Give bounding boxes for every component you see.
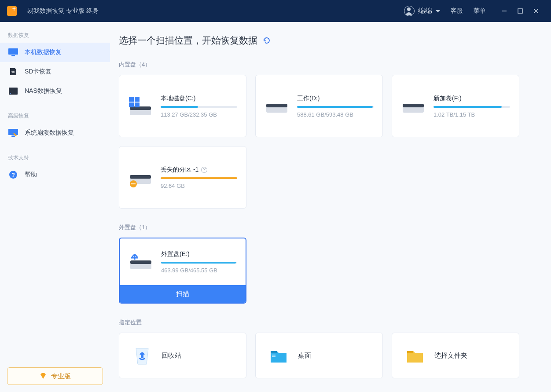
svg-rect-18 bbox=[135, 103, 140, 107]
drive-name: 本地磁盘(C:) bbox=[161, 95, 237, 103]
sd-card-icon: SD bbox=[8, 67, 18, 76]
sidebar: 数据恢复 本机数据恢复 SD SD卡恢复 NAS数据恢复 高级恢复 系统崩溃数据… bbox=[0, 22, 110, 392]
chevron-down-icon bbox=[436, 10, 440, 12]
location-icon bbox=[132, 345, 153, 366]
svg-rect-31 bbox=[272, 356, 276, 357]
drive-card[interactable]: 新加卷(F:) 1.02 TB/1.15 TB bbox=[392, 75, 519, 137]
app-logo-icon bbox=[7, 6, 17, 16]
sidebar-item-local-recovery[interactable]: 本机数据恢复 bbox=[0, 43, 110, 62]
svg-text:SD: SD bbox=[11, 71, 15, 73]
maximize-button[interactable] bbox=[512, 3, 528, 19]
external-drives-label: 外置盘（1） bbox=[119, 223, 538, 231]
drive-icon bbox=[264, 96, 289, 116]
drive-name: 外置盘(E:) bbox=[161, 250, 237, 258]
main-content: 选择一个扫描位置，开始恢复数据 内置盘（4） 本地磁盘(C:) 113.27 G… bbox=[110, 22, 551, 392]
drive-icon bbox=[128, 167, 153, 187]
sidebar-item-sd-recovery[interactable]: SD SD卡恢复 bbox=[0, 62, 110, 81]
page-title-row: 选择一个扫描位置，开始恢复数据 bbox=[119, 34, 538, 47]
crash-icon bbox=[8, 128, 18, 137]
svg-rect-29 bbox=[271, 351, 277, 353]
minimize-button[interactable] bbox=[496, 3, 512, 19]
location-label: 回收站 bbox=[162, 352, 181, 360]
svg-rect-17 bbox=[129, 103, 134, 107]
sidebar-item-crash-recovery[interactable]: 系统崩溃数据恢复 bbox=[0, 123, 110, 143]
svg-rect-32 bbox=[407, 351, 413, 353]
drive-name: 丢失的分区 -1 ? bbox=[161, 166, 237, 174]
drive-icon bbox=[128, 96, 153, 116]
svg-rect-7 bbox=[9, 88, 18, 95]
sidebar-section-support: 技术支持 bbox=[0, 150, 110, 165]
sidebar-item-label: 系统崩溃数据恢复 bbox=[25, 129, 74, 137]
drive-name: 工作(D:) bbox=[297, 95, 374, 103]
svg-point-8 bbox=[10, 93, 11, 94]
sidebar-item-help[interactable]: ? 帮助 bbox=[0, 165, 110, 184]
location-label: 选择文件夹 bbox=[434, 352, 467, 360]
svg-rect-24 bbox=[130, 175, 151, 179]
svg-rect-16 bbox=[135, 97, 140, 102]
help-badge-icon[interactable]: ? bbox=[201, 167, 207, 173]
sidebar-item-label: NAS数据恢复 bbox=[25, 87, 62, 95]
svg-rect-5 bbox=[11, 55, 15, 56]
svg-rect-22 bbox=[403, 104, 424, 107]
drive-card[interactable]: 丢失的分区 -1 ? 92.64 GB bbox=[119, 146, 246, 209]
drive-size: 113.27 GB/232.35 GB bbox=[161, 111, 237, 118]
svg-rect-10 bbox=[11, 136, 15, 137]
menu-link[interactable]: 菜单 bbox=[474, 7, 486, 15]
drive-usage-bar bbox=[297, 106, 374, 108]
drive-size: 1.02 TB/1.15 TB bbox=[433, 111, 510, 118]
sidebar-section-recovery: 数据恢复 bbox=[0, 28, 110, 43]
close-button[interactable] bbox=[528, 3, 544, 19]
drive-size: 588.61 GB/593.48 GB bbox=[297, 111, 374, 118]
locations-label: 指定位置 bbox=[119, 319, 538, 326]
svg-rect-15 bbox=[129, 97, 134, 102]
refresh-icon[interactable] bbox=[263, 37, 271, 44]
location-icon bbox=[404, 345, 426, 366]
drive-name: 新加卷(F:) bbox=[433, 95, 510, 103]
drive-size: 92.64 GB bbox=[161, 183, 237, 189]
svg-rect-9 bbox=[8, 129, 18, 135]
support-link[interactable]: 客服 bbox=[451, 7, 463, 15]
drive-card[interactable]: 本地磁盘(C:) 113.27 GB/232.35 GB bbox=[119, 75, 246, 137]
svg-rect-4 bbox=[8, 48, 18, 55]
drive-size: 463.99 GB/465.55 GB bbox=[161, 267, 237, 274]
drive-usage-bar bbox=[161, 262, 237, 264]
page-title: 选择一个扫描位置，开始恢复数据 bbox=[119, 34, 257, 47]
location-card[interactable]: 回收站 bbox=[119, 333, 246, 378]
location-label: 桌面 bbox=[298, 352, 311, 360]
drive-usage-bar bbox=[433, 106, 510, 108]
drive-usage-bar bbox=[161, 106, 237, 108]
location-card[interactable]: 桌面 bbox=[255, 333, 383, 378]
location-card[interactable]: 选择文件夹 bbox=[392, 333, 519, 378]
drive-card[interactable]: 工作(D:) 588.61 GB/593.48 GB bbox=[255, 75, 383, 137]
sidebar-item-nas-recovery[interactable]: NAS数据恢复 bbox=[0, 81, 110, 101]
user-icon bbox=[404, 6, 415, 16]
locations-grid: 回收站 桌面 选择文件夹 bbox=[119, 333, 538, 378]
username: 绵绵 bbox=[418, 7, 432, 16]
sidebar-item-label: 帮助 bbox=[25, 171, 37, 179]
svg-rect-1 bbox=[518, 9, 522, 13]
scan-button[interactable]: 扫描 bbox=[120, 285, 246, 303]
location-icon bbox=[268, 345, 289, 366]
monitor-icon bbox=[8, 48, 18, 57]
user-menu[interactable]: 绵绵 bbox=[404, 6, 440, 16]
svg-text:?: ? bbox=[11, 172, 15, 178]
help-icon: ? bbox=[8, 170, 18, 179]
nas-icon bbox=[8, 87, 18, 95]
diamond-icon bbox=[40, 373, 47, 380]
internal-drives-label: 内置盘（4） bbox=[119, 61, 538, 69]
svg-rect-20 bbox=[266, 104, 287, 107]
drive-card[interactable]: 外置盘(E:) 463.99 GB/465.55 GB 扫描 bbox=[119, 238, 246, 304]
svg-rect-30 bbox=[272, 355, 276, 355]
pro-button[interactable]: 专业版 bbox=[7, 367, 103, 385]
app-title: 易我数据恢复 专业版 终身 bbox=[27, 7, 99, 15]
svg-rect-28 bbox=[130, 260, 151, 264]
internal-drives-grid: 本地磁盘(C:) 113.27 GB/232.35 GB 工作(D:) 588.… bbox=[119, 75, 538, 209]
sidebar-item-label: SD卡恢复 bbox=[25, 68, 51, 76]
sidebar-item-label: 本机数据恢复 bbox=[25, 48, 62, 56]
svg-rect-26 bbox=[131, 183, 136, 184]
external-drives-grid: 外置盘(E:) 463.99 GB/465.55 GB 扫描 bbox=[119, 238, 538, 304]
drive-icon bbox=[129, 252, 153, 272]
drive-usage-bar bbox=[161, 177, 237, 179]
drive-icon bbox=[401, 96, 426, 116]
sidebar-section-advanced: 高级恢复 bbox=[0, 109, 110, 123]
